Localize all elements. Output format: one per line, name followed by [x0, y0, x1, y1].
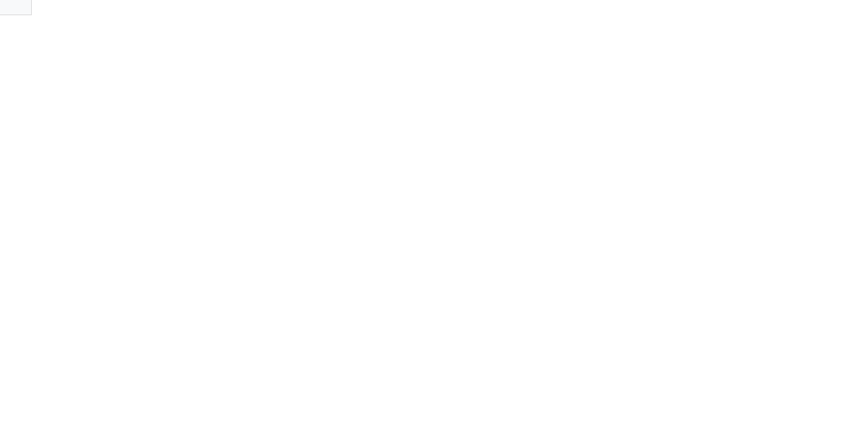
row-header-column — [0, 0, 32, 15]
select-all-corner[interactable] — [0, 0, 32, 15]
spreadsheet-grid — [0, 0, 868, 15]
spreadsheet-main — [32, 0, 868, 15]
